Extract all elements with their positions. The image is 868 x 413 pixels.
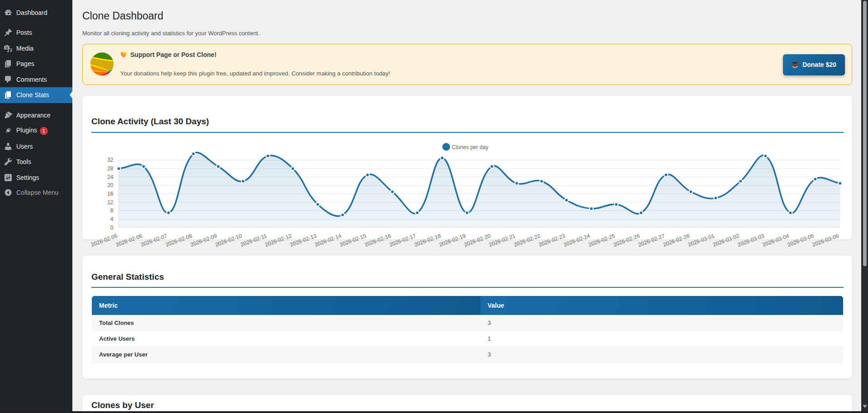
svg-text:2026-02-17: 2026-02-17 — [389, 233, 417, 248]
svg-text:2026-02-21: 2026-02-21 — [488, 233, 517, 248]
svg-text:2026-02-19: 2026-02-19 — [438, 233, 467, 248]
svg-text:2026-02-14: 2026-02-14 — [314, 233, 342, 248]
svg-text:2026-02-18: 2026-02-18 — [413, 233, 442, 248]
svg-text:Clones per day: Clones per day — [452, 144, 489, 150]
svg-text:2026-02-12: 2026-02-12 — [264, 233, 293, 248]
svg-text:4: 4 — [110, 216, 114, 222]
svg-text:2026-03-04: 2026-03-04 — [762, 233, 790, 248]
svg-text:2026-03-02: 2026-03-02 — [712, 233, 740, 248]
svg-text:2026-02-05: 2026-02-05 — [90, 233, 119, 248]
svg-text:2026-02-09: 2026-02-09 — [190, 233, 218, 248]
svg-text:2026-02-07: 2026-02-07 — [140, 233, 168, 248]
svg-text:12: 12 — [107, 199, 114, 206]
svg-text:2026-03-06: 2026-03-06 — [811, 233, 840, 248]
svg-text:2026-02-08: 2026-02-08 — [165, 233, 193, 248]
svg-text:16: 16 — [107, 191, 114, 197]
svg-text:2026-02-27: 2026-02-27 — [637, 233, 666, 248]
svg-text:2026-03-03: 2026-03-03 — [737, 233, 765, 248]
svg-text:32: 32 — [107, 157, 114, 163]
svg-text:2026-02-23: 2026-02-23 — [538, 233, 566, 248]
svg-text:2026-02-15: 2026-02-15 — [339, 233, 367, 248]
svg-text:2026-02-13: 2026-02-13 — [289, 233, 318, 248]
svg-text:2026-03-01: 2026-03-01 — [687, 233, 716, 248]
svg-text:2026-02-20: 2026-02-20 — [463, 233, 492, 248]
svg-text:2026-02-25: 2026-02-25 — [588, 233, 616, 248]
svg-text:2026-02-24: 2026-02-24 — [563, 233, 591, 248]
svg-text:2026-02-28: 2026-02-28 — [662, 233, 691, 248]
svg-text:0: 0 — [110, 225, 114, 231]
svg-text:2026-02-10: 2026-02-10 — [214, 233, 243, 248]
svg-text:2026-02-22: 2026-02-22 — [513, 233, 541, 248]
svg-text:2026-02-06: 2026-02-06 — [115, 233, 143, 248]
svg-text:2026-02-16: 2026-02-16 — [364, 233, 392, 248]
svg-text:2026-02-26: 2026-02-26 — [612, 233, 641, 248]
svg-text:8: 8 — [110, 207, 114, 214]
svg-text:2026-02-11: 2026-02-11 — [240, 233, 268, 248]
svg-text:20: 20 — [107, 182, 114, 188]
svg-text:2026-03-05: 2026-03-05 — [787, 233, 815, 248]
svg-text:24: 24 — [107, 174, 114, 180]
svg-text:28: 28 — [107, 165, 114, 172]
